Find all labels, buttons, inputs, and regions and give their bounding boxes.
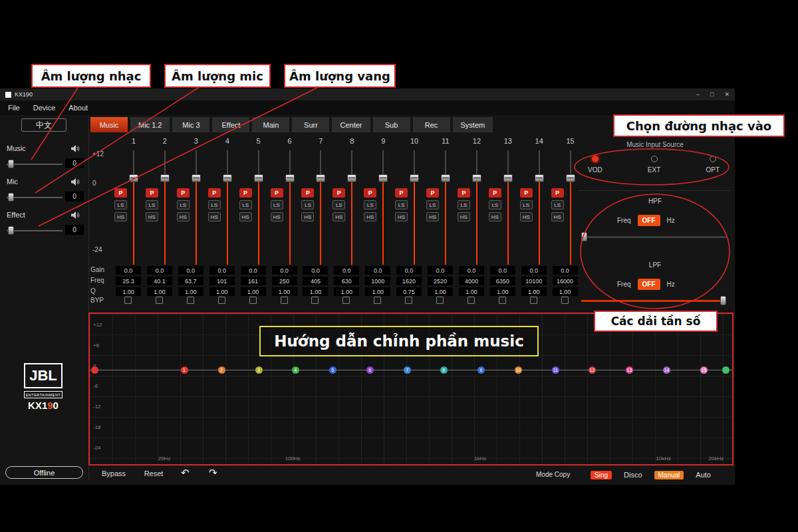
reset-button[interactable]: Reset: [139, 469, 168, 477]
tab-system[interactable]: System: [453, 117, 493, 132]
eq-point-1[interactable]: 1: [181, 366, 188, 374]
eq-point-9[interactable]: 9: [477, 366, 485, 374]
fader-track[interactable]: [351, 150, 352, 265]
bypass-checkbox[interactable]: [374, 297, 381, 304]
high-shelf-button[interactable]: HS: [177, 212, 190, 221]
low-shelf-button[interactable]: LS: [551, 200, 564, 209]
high-shelf-button[interactable]: HS: [520, 212, 533, 221]
maximize-button[interactable]: □: [710, 91, 714, 98]
mode-auto[interactable]: Auto: [692, 470, 715, 479]
fader-track[interactable]: [414, 150, 415, 265]
fader-track[interactable]: [227, 150, 228, 265]
peak-button[interactable]: P: [364, 188, 376, 198]
fader-handle[interactable]: [566, 174, 575, 182]
peak-button[interactable]: P: [426, 188, 439, 198]
eq-point-5[interactable]: 5: [329, 366, 336, 374]
hpf-slider-track[interactable]: [581, 236, 726, 238]
peak-button[interactable]: P: [301, 188, 314, 198]
radio-vod[interactable]: [592, 156, 598, 162]
low-shelf-button[interactable]: LS: [395, 200, 408, 209]
bypass-checkbox[interactable]: [530, 297, 537, 304]
tab-sub[interactable]: Sub: [373, 117, 410, 132]
volume-slider-handle[interactable]: [8, 226, 14, 235]
bypass-button[interactable]: Bypass: [98, 469, 129, 477]
peak-button[interactable]: P: [489, 188, 501, 198]
bypass-checkbox[interactable]: [561, 297, 569, 304]
tab-surr[interactable]: Surr: [292, 117, 329, 132]
peak-button[interactable]: P: [114, 188, 127, 198]
low-shelf-button[interactable]: LS: [489, 200, 501, 209]
fader-track[interactable]: [133, 150, 134, 265]
fader-handle[interactable]: [129, 174, 138, 182]
eq-point-15[interactable]: 15: [700, 366, 708, 374]
high-shelf-button[interactable]: HS: [114, 212, 127, 221]
eq-point-8[interactable]: 8: [440, 366, 448, 374]
low-shelf-button[interactable]: LS: [301, 200, 314, 209]
high-shelf-button[interactable]: HS: [426, 212, 439, 221]
speaker-icon[interactable]: [70, 210, 81, 219]
speaker-icon[interactable]: [70, 144, 81, 152]
eq-point-10[interactable]: 10: [515, 366, 522, 374]
bypass-checkbox[interactable]: [124, 297, 132, 304]
peak-button[interactable]: P: [239, 188, 252, 198]
bypass-checkbox[interactable]: [342, 297, 350, 304]
fader-track[interactable]: [258, 150, 259, 265]
low-shelf-button[interactable]: LS: [271, 200, 283, 209]
low-shelf-button[interactable]: LS: [208, 200, 221, 209]
eq-point-4[interactable]: 4: [292, 366, 299, 374]
fader-track[interactable]: [507, 150, 509, 265]
peak-button[interactable]: P: [177, 188, 190, 198]
high-shelf-button[interactable]: HS: [332, 212, 345, 221]
tab-mic12[interactable]: Mic 1.2: [130, 117, 170, 132]
fader-track[interactable]: [289, 150, 291, 265]
high-shelf-button[interactable]: HS: [489, 212, 501, 221]
peak-button[interactable]: P: [332, 188, 345, 198]
high-shelf-button[interactable]: HS: [271, 212, 283, 221]
mode-disco[interactable]: Disco: [620, 470, 646, 479]
undo-icon[interactable]: ↶: [181, 467, 190, 479]
eq-point-11[interactable]: 11: [552, 366, 559, 374]
hpf-off-button[interactable]: OFF: [638, 215, 660, 226]
fader-track[interactable]: [320, 150, 321, 265]
tab-mic3[interactable]: Mic 3: [172, 117, 209, 132]
fader-track[interactable]: [476, 150, 477, 265]
volume-slider-mic[interactable]: [7, 197, 63, 198]
fader-handle[interactable]: [160, 174, 170, 182]
high-shelf-button[interactable]: HS: [395, 212, 408, 221]
fader-handle[interactable]: [503, 174, 513, 182]
peak-button[interactable]: P: [208, 188, 221, 198]
fader-handle[interactable]: [472, 174, 481, 182]
tab-rec[interactable]: Rec: [413, 117, 450, 132]
menu-item-device[interactable]: Device: [33, 104, 56, 112]
bypass-checkbox[interactable]: [467, 297, 475, 304]
fader-track[interactable]: [539, 150, 540, 265]
fader-handle[interactable]: [192, 174, 201, 182]
low-shelf-button[interactable]: LS: [114, 200, 127, 209]
low-shelf-button[interactable]: LS: [239, 200, 252, 209]
fader-handle[interactable]: [316, 174, 325, 182]
input-option-vod[interactable]: VOD: [588, 156, 602, 174]
input-option-opt[interactable]: OPT: [706, 156, 720, 174]
eq-point-13[interactable]: 13: [626, 366, 633, 374]
high-shelf-button[interactable]: HS: [364, 212, 376, 221]
fader-track[interactable]: [164, 150, 166, 265]
low-shelf-button[interactable]: LS: [426, 200, 439, 209]
peak-button[interactable]: P: [458, 188, 470, 198]
lpf-slider-handle[interactable]: [720, 296, 726, 305]
radio-opt[interactable]: [710, 156, 716, 162]
mode-manual[interactable]: Manual: [654, 471, 684, 479]
peak-button[interactable]: P: [551, 188, 564, 198]
redo-icon[interactable]: ↷: [209, 467, 217, 479]
bypass-checkbox[interactable]: [405, 297, 412, 304]
bypass-checkbox[interactable]: [249, 297, 257, 304]
eq-point-6[interactable]: 6: [366, 366, 374, 374]
fader-handle[interactable]: [410, 174, 419, 182]
low-shelf-button[interactable]: LS: [177, 200, 190, 209]
eq-point-3[interactable]: 3: [255, 366, 263, 374]
bypass-checkbox[interactable]: [156, 297, 163, 304]
eq-point-edge[interactable]: [91, 366, 98, 374]
eq-point-edge[interactable]: [722, 366, 730, 374]
fader-track[interactable]: [445, 150, 446, 265]
high-shelf-button[interactable]: HS: [551, 212, 564, 221]
eq-point-7[interactable]: 7: [404, 366, 411, 374]
